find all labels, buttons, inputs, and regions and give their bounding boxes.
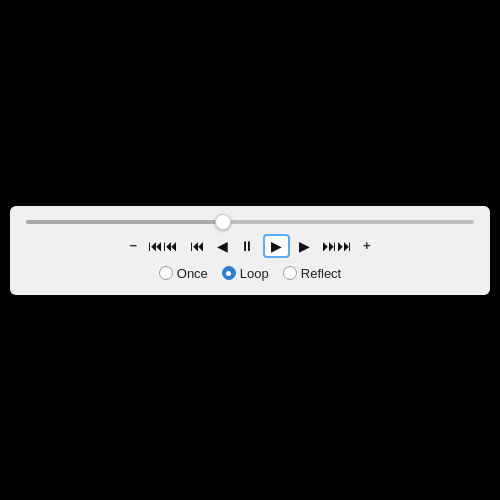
step-fwd-icon: ▶ [299,239,310,253]
skip-to-start-icon: ⏮⏮ [148,238,178,253]
radio-reflect-text: Reflect [301,266,341,281]
radio-once-text: Once [177,266,208,281]
scrubber-fill [26,220,223,224]
controls-row: − ⏮⏮ ⏮ ◀ ⏸ ▶ ▶ ⏭⏭ + [26,234,474,258]
prev-frame-button[interactable]: ⏮ [187,236,208,255]
skip-to-end-icon: ⏭⏭ [322,238,352,253]
radio-loop-circle[interactable] [222,266,236,280]
skip-to-end-button[interactable]: ⏭⏭ [319,236,355,255]
scrubber-thumb[interactable] [215,214,231,230]
radio-reflect-label[interactable]: Reflect [283,266,341,281]
play-icon: ▶ [271,239,282,253]
step-back-icon: ◀ [217,239,228,253]
play-button[interactable]: ▶ [263,234,290,258]
step-fwd-button[interactable]: ▶ [296,237,313,255]
radio-once-label[interactable]: Once [159,266,208,281]
volume-down-button[interactable]: − [127,237,139,254]
volume-up-button[interactable]: + [361,237,373,254]
radio-reflect-circle[interactable] [283,266,297,280]
radio-once-circle[interactable] [159,266,173,280]
scrubber-row [26,220,474,224]
pause-icon: ⏸ [240,239,254,253]
step-back-button[interactable]: ◀ [214,237,231,255]
skip-to-start-button[interactable]: ⏮⏮ [145,236,181,255]
radio-loop-label[interactable]: Loop [222,266,269,281]
pause-button[interactable]: ⏸ [237,237,257,255]
player-panel: − ⏮⏮ ⏮ ◀ ⏸ ▶ ▶ ⏭⏭ + Once [10,206,490,295]
prev-frame-icon: ⏮ [190,238,205,253]
minus-icon: − [129,239,137,252]
radio-loop-text: Loop [240,266,269,281]
plus-icon: + [363,239,371,252]
playback-mode-row: Once Loop Reflect [26,266,474,281]
scrubber-track[interactable] [26,220,474,224]
